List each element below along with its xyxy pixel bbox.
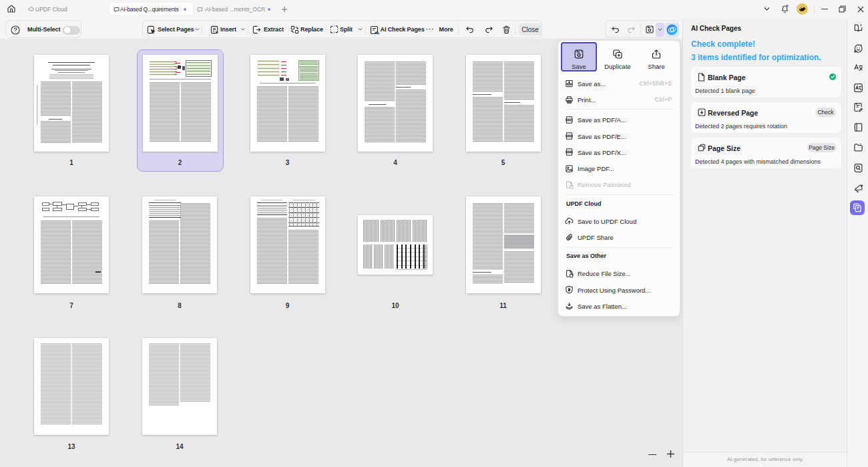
svg-text:PDF/A: PDF/A (567, 118, 572, 121)
svg-text:PDF/X: PDF/X (567, 151, 572, 154)
svg-text:PDF/E: PDF/E (567, 135, 572, 138)
